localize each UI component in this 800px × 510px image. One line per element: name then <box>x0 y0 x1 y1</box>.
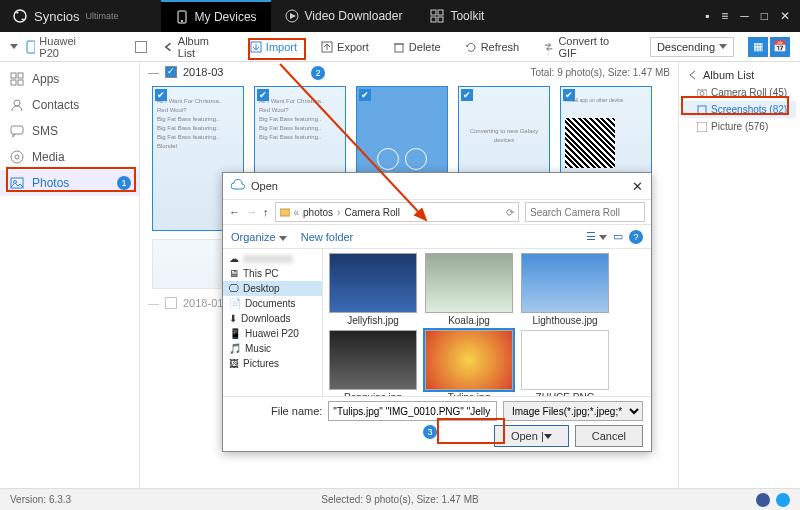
annotation-badge-2: 2 <box>311 66 325 80</box>
nav-toolkit[interactable]: Toolkit <box>416 0 498 32</box>
refresh-button[interactable]: Refresh <box>457 38 528 56</box>
facebook-icon[interactable] <box>756 493 770 507</box>
file-item[interactable]: Lighthouse.jpg <box>519 253 611 326</box>
album-picture[interactable]: Picture (576) <box>683 118 796 135</box>
sidebar-item-sms[interactable]: SMS <box>0 118 139 144</box>
delete-button[interactable]: Delete <box>385 38 449 56</box>
nav-forward-button[interactable]: → <box>246 206 257 218</box>
view-grid-button[interactable]: ▦ <box>748 37 768 57</box>
organize-menu[interactable]: Organize <box>231 231 287 243</box>
svg-rect-8 <box>438 17 443 22</box>
refresh-icon <box>465 41 477 53</box>
dialog-close-button[interactable]: ✕ <box>632 179 643 194</box>
sidebar-item-contacts[interactable]: Contacts <box>0 92 139 118</box>
social-links <box>756 493 790 507</box>
side-downloads[interactable]: ⬇Downloads <box>223 311 322 326</box>
svg-rect-16 <box>11 80 16 85</box>
chevron-down-icon <box>719 44 727 49</box>
file-item[interactable]: ZHUCE.PNG <box>519 330 611 396</box>
new-folder-button[interactable]: New folder <box>301 231 354 243</box>
export-button[interactable]: Export <box>313 38 377 56</box>
import-button[interactable]: Import <box>242 38 305 56</box>
sort-button[interactable]: Descending <box>650 37 734 57</box>
album-screenshots[interactable]: Screenshots (82) <box>683 101 796 118</box>
back-arrow-icon <box>163 41 174 53</box>
feedback-icon[interactable]: ▪ <box>705 9 709 23</box>
view-date-button[interactable]: 📅 <box>770 37 790 57</box>
side-pictures[interactable]: 🖼Pictures <box>223 356 322 371</box>
sidebar-item-apps[interactable]: Apps <box>0 66 139 92</box>
dialog-search-input[interactable] <box>525 202 645 222</box>
path-part: Camera Roll <box>344 207 400 218</box>
side-desktop[interactable]: 🖵Desktop <box>223 281 322 296</box>
convert-gif-label: Convert to GIF <box>558 35 626 59</box>
file-type-filter[interactable]: Image Files(*.jpg;*.jpeg;*.png;*. <box>503 401 643 421</box>
close-window-button[interactable]: ✕ <box>780 9 790 23</box>
app-logo: Syncios Ultimate <box>0 8 131 24</box>
folder-icon <box>280 207 290 217</box>
side-music[interactable]: 🎵Music <box>223 341 322 356</box>
album-label: Picture (576) <box>711 121 768 132</box>
cancel-button[interactable]: Cancel <box>575 425 643 447</box>
album-list-header: Album List <box>683 66 796 84</box>
group-checkbox[interactable] <box>165 66 177 78</box>
svg-rect-5 <box>431 10 436 15</box>
dialog-toolbar: Organize New folder ☰ ▭ ? <box>223 225 651 249</box>
dialog-bottom: File name: Image Files(*.jpg;*.jpeg;*.pn… <box>223 396 651 451</box>
export-label: Export <box>337 41 369 53</box>
side-onedrive[interactable]: ☁ <box>223 251 322 266</box>
preview-pane-button[interactable]: ▭ <box>613 230 623 244</box>
sidebar-item-label: Contacts <box>32 98 79 112</box>
device-selector[interactable]: Huawei P20 <box>26 35 95 59</box>
filename-input[interactable] <box>328 401 497 421</box>
nav-video-downloader-label: Video Downloader <box>305 9 403 23</box>
group-checkbox-2[interactable] <box>165 297 177 309</box>
help-button[interactable]: ? <box>629 230 643 244</box>
file-item[interactable]: Jellyfish.jpg <box>327 253 419 326</box>
sidebar-item-photos[interactable]: Photos 1 <box>0 170 139 196</box>
file-item[interactable]: Tulips.jpg <box>423 330 515 396</box>
album-list-button[interactable]: Album List <box>155 32 234 62</box>
nav-back-button[interactable]: ← <box>229 206 240 218</box>
file-item[interactable]: Penguins.jpg <box>327 330 419 396</box>
album-label: Camera Roll (45) <box>711 87 787 98</box>
side-documents[interactable]: 📄Documents <box>223 296 322 311</box>
delete-label: Delete <box>409 41 441 53</box>
toolbar: Huawei P20 Album List Import Export Dele… <box>0 32 800 62</box>
svg-rect-9 <box>27 41 35 53</box>
minimize-button[interactable]: ─ <box>740 9 749 23</box>
select-all-checkbox[interactable] <box>135 41 146 53</box>
view-options-button[interactable]: ☰ <box>586 230 607 244</box>
sidebar-item-label: Media <box>32 150 65 164</box>
file-item[interactable]: Koala.jpg <box>423 253 515 326</box>
dialog-title: Open <box>251 180 278 192</box>
dialog-nav: ← → ↑ « photos › Camera Roll ⟳ <box>223 199 651 225</box>
convert-gif-button[interactable]: Convert to GIF <box>535 32 634 62</box>
side-this-pc[interactable]: 🖥This PC <box>223 266 322 281</box>
maximize-button[interactable]: □ <box>761 9 768 23</box>
svg-rect-19 <box>11 126 23 134</box>
device-dropdown-icon[interactable] <box>10 44 18 49</box>
sidebar-item-label: Apps <box>32 72 59 86</box>
nav-up-button[interactable]: ↑ <box>263 206 269 218</box>
nav-video-downloader[interactable]: Video Downloader <box>271 0 417 32</box>
grid-icon <box>430 9 444 23</box>
nav-toolkit-label: Toolkit <box>450 9 484 23</box>
svg-rect-14 <box>11 73 16 78</box>
nav-my-devices[interactable]: My Devices <box>161 0 271 32</box>
svg-rect-17 <box>18 80 23 85</box>
annotation-badge-3: 3 <box>423 425 437 439</box>
status-bar: Version: 6.3.3 Selected: 9 photo(s), Siz… <box>0 488 800 510</box>
side-huawei-p20[interactable]: 📱Huawei P20 <box>223 326 322 341</box>
twitter-icon[interactable] <box>776 493 790 507</box>
top-nav: My Devices Video Downloader Toolkit <box>161 0 499 32</box>
album-camera-roll[interactable]: Camera Roll (45) <box>683 84 796 101</box>
sidebar-item-media[interactable]: Media <box>0 144 139 170</box>
svg-rect-12 <box>395 44 403 52</box>
breadcrumb-path[interactable]: « photos › Camera Roll ⟳ <box>275 202 520 222</box>
open-button[interactable]: Open | <box>494 425 569 447</box>
cloud-icon <box>231 179 245 193</box>
view-toggles: ▦ 📅 <box>748 37 790 57</box>
menu-icon[interactable]: ≡ <box>721 9 728 23</box>
convert-icon <box>543 41 554 53</box>
